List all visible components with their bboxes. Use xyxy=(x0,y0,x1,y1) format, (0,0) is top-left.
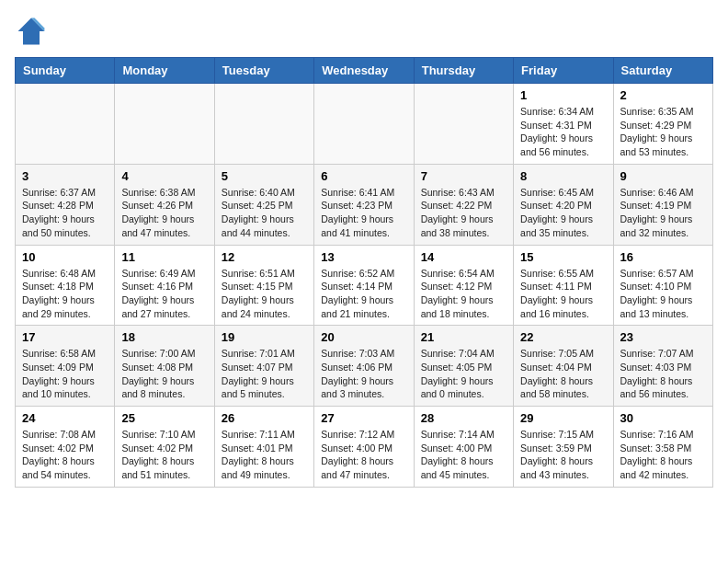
day-number: 29 xyxy=(520,411,606,425)
day-number: 27 xyxy=(321,411,406,425)
day-number: 25 xyxy=(121,411,207,425)
day-info: Sunrise: 7:11 AMSunset: 4:01 PMDaylight:… xyxy=(222,428,307,482)
day-cell: 11Sunrise: 6:49 AMSunset: 4:16 PMDayligh… xyxy=(115,245,214,326)
day-cell: 15Sunrise: 6:55 AMSunset: 4:11 PMDayligh… xyxy=(514,245,613,326)
week-row-2: 3Sunrise: 6:37 AMSunset: 4:28 PMDaylight… xyxy=(16,164,713,245)
day-info: Sunrise: 6:45 AMSunset: 4:20 PMDaylight:… xyxy=(520,186,606,240)
day-cell: 26Sunrise: 7:11 AMSunset: 4:01 PMDayligh… xyxy=(214,407,313,488)
day-number: 26 xyxy=(222,411,307,425)
day-info: Sunrise: 6:48 AMSunset: 4:18 PMDaylight:… xyxy=(22,267,108,321)
day-info: Sunrise: 6:49 AMSunset: 4:16 PMDaylight:… xyxy=(121,267,207,321)
day-number: 14 xyxy=(421,250,506,264)
day-cell: 12Sunrise: 6:51 AMSunset: 4:15 PMDayligh… xyxy=(214,245,313,326)
day-info: Sunrise: 6:37 AMSunset: 4:28 PMDaylight:… xyxy=(22,186,108,240)
day-cell: 23Sunrise: 7:07 AMSunset: 4:03 PMDayligh… xyxy=(613,326,712,407)
day-cell: 2Sunrise: 6:35 AMSunset: 4:29 PMDaylight… xyxy=(613,84,712,165)
day-number: 2 xyxy=(620,88,706,102)
day-number: 8 xyxy=(520,169,606,183)
column-header-tuesday: Tuesday xyxy=(214,58,313,84)
day-number: 6 xyxy=(321,169,406,183)
column-header-monday: Monday xyxy=(115,58,214,84)
logo-icon xyxy=(15,15,48,48)
day-info: Sunrise: 6:40 AMSunset: 4:25 PMDaylight:… xyxy=(222,186,307,240)
day-number: 7 xyxy=(421,169,506,183)
day-number: 1 xyxy=(520,88,606,102)
day-info: Sunrise: 7:03 AMSunset: 4:06 PMDaylight:… xyxy=(321,347,406,401)
week-row-5: 24Sunrise: 7:08 AMSunset: 4:02 PMDayligh… xyxy=(16,407,713,488)
day-number: 22 xyxy=(520,330,606,344)
day-cell xyxy=(16,84,115,165)
day-number: 19 xyxy=(222,330,307,344)
day-number: 16 xyxy=(620,250,706,264)
day-info: Sunrise: 6:43 AMSunset: 4:22 PMDaylight:… xyxy=(421,186,506,240)
day-cell: 1Sunrise: 6:34 AMSunset: 4:31 PMDaylight… xyxy=(514,84,613,165)
day-number: 15 xyxy=(520,250,606,264)
day-info: Sunrise: 7:15 AMSunset: 3:59 PMDaylight:… xyxy=(520,428,606,482)
day-number: 21 xyxy=(421,330,506,344)
day-info: Sunrise: 7:12 AMSunset: 4:00 PMDaylight:… xyxy=(321,428,406,482)
column-header-sunday: Sunday xyxy=(16,58,115,84)
column-header-saturday: Saturday xyxy=(613,58,712,84)
day-cell xyxy=(314,84,414,165)
day-cell: 27Sunrise: 7:12 AMSunset: 4:00 PMDayligh… xyxy=(314,407,414,488)
week-row-1: 1Sunrise: 6:34 AMSunset: 4:31 PMDaylight… xyxy=(16,84,713,165)
day-cell: 22Sunrise: 7:05 AMSunset: 4:04 PMDayligh… xyxy=(514,326,613,407)
day-cell: 19Sunrise: 7:01 AMSunset: 4:07 PMDayligh… xyxy=(214,326,313,407)
day-info: Sunrise: 6:46 AMSunset: 4:19 PMDaylight:… xyxy=(620,186,706,240)
day-info: Sunrise: 6:41 AMSunset: 4:23 PMDaylight:… xyxy=(321,186,406,240)
day-number: 5 xyxy=(222,169,307,183)
day-info: Sunrise: 6:38 AMSunset: 4:26 PMDaylight:… xyxy=(121,186,207,240)
day-cell: 9Sunrise: 6:46 AMSunset: 4:19 PMDaylight… xyxy=(613,164,712,245)
day-cell: 17Sunrise: 6:58 AMSunset: 4:09 PMDayligh… xyxy=(16,326,115,407)
day-info: Sunrise: 6:52 AMSunset: 4:14 PMDaylight:… xyxy=(321,267,406,321)
day-number: 11 xyxy=(121,250,207,264)
day-cell: 10Sunrise: 6:48 AMSunset: 4:18 PMDayligh… xyxy=(16,245,115,326)
day-number: 13 xyxy=(321,250,406,264)
day-info: Sunrise: 6:55 AMSunset: 4:11 PMDaylight:… xyxy=(520,267,606,321)
day-number: 24 xyxy=(22,411,108,425)
day-cell: 4Sunrise: 6:38 AMSunset: 4:26 PMDaylight… xyxy=(115,164,214,245)
day-cell: 25Sunrise: 7:10 AMSunset: 4:02 PMDayligh… xyxy=(115,407,214,488)
day-cell: 24Sunrise: 7:08 AMSunset: 4:02 PMDayligh… xyxy=(16,407,115,488)
day-cell: 21Sunrise: 7:04 AMSunset: 4:05 PMDayligh… xyxy=(414,326,513,407)
day-cell: 7Sunrise: 6:43 AMSunset: 4:22 PMDaylight… xyxy=(414,164,513,245)
day-number: 28 xyxy=(421,411,506,425)
day-cell: 16Sunrise: 6:57 AMSunset: 4:10 PMDayligh… xyxy=(613,245,712,326)
calendar-header-row: SundayMondayTuesdayWednesdayThursdayFrid… xyxy=(16,58,713,84)
day-number: 18 xyxy=(121,330,207,344)
day-cell: 20Sunrise: 7:03 AMSunset: 4:06 PMDayligh… xyxy=(314,326,414,407)
day-number: 9 xyxy=(620,169,706,183)
week-row-3: 10Sunrise: 6:48 AMSunset: 4:18 PMDayligh… xyxy=(16,245,713,326)
day-cell xyxy=(414,84,513,165)
day-cell: 18Sunrise: 7:00 AMSunset: 4:08 PMDayligh… xyxy=(115,326,214,407)
day-cell: 5Sunrise: 6:40 AMSunset: 4:25 PMDaylight… xyxy=(214,164,313,245)
day-info: Sunrise: 6:34 AMSunset: 4:31 PMDaylight:… xyxy=(520,105,606,159)
day-info: Sunrise: 6:35 AMSunset: 4:29 PMDaylight:… xyxy=(620,105,706,159)
day-cell: 8Sunrise: 6:45 AMSunset: 4:20 PMDaylight… xyxy=(514,164,613,245)
svg-marker-0 xyxy=(18,18,45,45)
day-number: 23 xyxy=(620,330,706,344)
day-cell: 29Sunrise: 7:15 AMSunset: 3:59 PMDayligh… xyxy=(514,407,613,488)
day-info: Sunrise: 7:01 AMSunset: 4:07 PMDaylight:… xyxy=(222,347,307,401)
logo xyxy=(15,15,51,48)
day-number: 17 xyxy=(22,330,108,344)
day-cell: 13Sunrise: 6:52 AMSunset: 4:14 PMDayligh… xyxy=(314,245,414,326)
day-number: 10 xyxy=(22,250,108,264)
day-info: Sunrise: 7:08 AMSunset: 4:02 PMDaylight:… xyxy=(22,428,108,482)
day-info: Sunrise: 7:14 AMSunset: 4:00 PMDaylight:… xyxy=(421,428,506,482)
day-cell xyxy=(214,84,313,165)
day-number: 30 xyxy=(620,411,706,425)
column-header-wednesday: Wednesday xyxy=(314,58,414,84)
day-info: Sunrise: 7:16 AMSunset: 3:58 PMDaylight:… xyxy=(620,428,706,482)
day-number: 4 xyxy=(121,169,207,183)
day-cell: 6Sunrise: 6:41 AMSunset: 4:23 PMDaylight… xyxy=(314,164,414,245)
day-number: 12 xyxy=(222,250,307,264)
day-cell: 28Sunrise: 7:14 AMSunset: 4:00 PMDayligh… xyxy=(414,407,513,488)
day-cell: 3Sunrise: 6:37 AMSunset: 4:28 PMDaylight… xyxy=(16,164,115,245)
day-info: Sunrise: 6:54 AMSunset: 4:12 PMDaylight:… xyxy=(421,267,506,321)
day-info: Sunrise: 7:05 AMSunset: 4:04 PMDaylight:… xyxy=(520,347,606,401)
day-info: Sunrise: 7:10 AMSunset: 4:02 PMDaylight:… xyxy=(121,428,207,482)
day-cell: 14Sunrise: 6:54 AMSunset: 4:12 PMDayligh… xyxy=(414,245,513,326)
day-cell xyxy=(115,84,214,165)
column-header-thursday: Thursday xyxy=(414,58,513,84)
